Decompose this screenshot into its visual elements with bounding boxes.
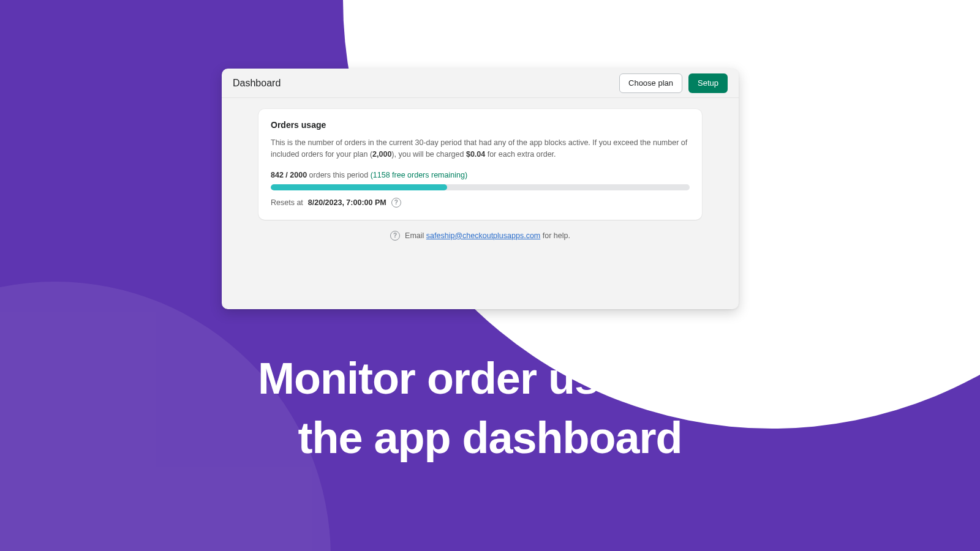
help-email-link[interactable]: safeship@checkoutplusapps.com (426, 231, 540, 240)
dashboard-panel: Dashboard Choose plan Setup Orders usage… (222, 69, 739, 309)
orders-usage-card: Orders usage This is the number of order… (258, 109, 702, 220)
usage-count: 842 / 2000 (271, 171, 307, 179)
extra-charge: $0.04 (466, 150, 485, 159)
reset-row: Resets at 8/20/2023, 7:00:00 PM ? (271, 198, 690, 208)
help-suffix: for help. (540, 231, 570, 240)
usage-progress-fill (271, 184, 447, 190)
help-tooltip-icon[interactable]: ? (391, 198, 401, 208)
usage-remaining: (1158 free orders remaining) (371, 171, 467, 179)
reset-prefix: Resets at (271, 198, 303, 207)
marketing-headline: Monitor order usage in the app dashboard (0, 349, 980, 468)
help-icon: ? (390, 231, 400, 241)
usage-count-suffix: orders this period (307, 171, 368, 179)
headline-line-1: Monitor order usage in (0, 349, 980, 408)
desc-text-post: for each extra order. (485, 150, 556, 159)
desc-text-mid: ), you will be charged (391, 150, 466, 159)
help-text: Email safeship@checkoutplusapps.com for … (405, 231, 570, 240)
setup-button[interactable]: Setup (688, 73, 728, 93)
plan-limit: 2,000 (372, 150, 391, 159)
usage-progress-bar (271, 184, 690, 190)
card-description: This is the number of orders in the curr… (271, 137, 690, 161)
reset-datetime: 8/20/2023, 7:00:00 PM (308, 198, 386, 207)
help-row: ? Email safeship@checkoutplusapps.com fo… (222, 231, 739, 241)
card-title: Orders usage (271, 120, 690, 130)
help-prefix: Email (405, 231, 426, 240)
marketing-slide: Dashboard Choose plan Setup Orders usage… (0, 0, 980, 551)
usage-count-line: 842 / 2000 orders this period (1158 free… (271, 171, 690, 179)
header-actions: Choose plan Setup (619, 73, 728, 93)
page-title: Dashboard (233, 78, 281, 89)
headline-line-2: the app dashboard (0, 408, 980, 468)
choose-plan-button[interactable]: Choose plan (619, 73, 682, 93)
dashboard-header: Dashboard Choose plan Setup (222, 69, 739, 98)
